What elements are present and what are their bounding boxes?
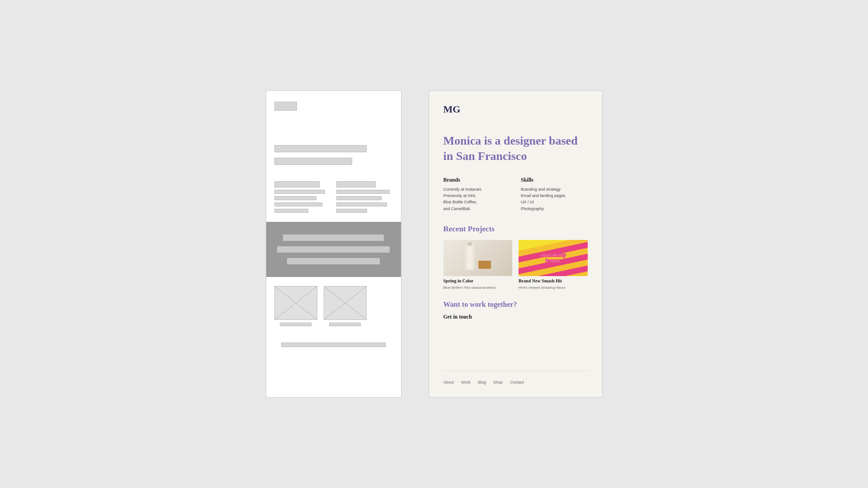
wf-heading-line-1: [274, 145, 367, 152]
wf-footer-line: [281, 343, 386, 347]
wf-col-left-line1: [274, 190, 326, 194]
dp-skills-body: Branding and strategy Email and landing …: [521, 186, 588, 212]
dp-footer: About Work Blog Shop Contact: [443, 371, 588, 385]
wf-col-right-line1: [336, 190, 390, 194]
design-panel: MG Monica is a designer based in San Fra…: [429, 90, 603, 398]
dp-skills-col: Skills Branding and strategy Email and l…: [521, 177, 588, 212]
wf-img-caption-1: [280, 323, 311, 326]
dp-logo: MG: [443, 103, 588, 115]
wf-col-left-line2: [274, 196, 317, 200]
wf-image-placeholder-2: [324, 286, 367, 320]
dp-footer-about[interactable]: About: [443, 380, 454, 385]
bb-liquid-pour: [478, 261, 491, 269]
dp-recent-projects-title: Recent Projects: [443, 225, 588, 234]
dp-cta-title: Want to work together?: [443, 300, 588, 309]
dp-skills-title: Skills: [521, 177, 588, 183]
wf-col-right-line3: [336, 202, 387, 206]
sl-text: strawberrylemon: [540, 252, 566, 264]
dp-project-2-image: strawberrylemon: [519, 240, 588, 276]
sl-inner: strawberrylemon: [519, 240, 588, 276]
dp-brands-body: Currently at Instacart. Previously at Hi…: [443, 186, 510, 212]
wf-col-left-line3: [274, 202, 322, 206]
dp-project-2-desc: Hint's newest smashup flavor: [519, 286, 588, 290]
dp-footer-blog[interactable]: Blog: [478, 380, 486, 385]
dp-project-1[interactable]: Spring in Color Blue Bottle's first seas…: [443, 240, 513, 290]
wf-two-columns: [274, 181, 393, 213]
wf-dark-line-2: [277, 246, 390, 253]
wf-img-caption-2: [329, 323, 361, 326]
dp-projects-grid: Spring in Color Blue Bottle's first seas…: [443, 240, 588, 290]
wf-col-left-title: [274, 181, 320, 188]
wf-heading-line-2: [274, 158, 353, 165]
bb-inner: [443, 240, 513, 276]
bb-bottle: [465, 245, 475, 270]
wf-img-wrap-1: [274, 286, 317, 326]
dp-footer-work[interactable]: Work: [461, 380, 471, 385]
wf-col-left-line4: [274, 209, 308, 213]
wf-image-placeholder-1: [274, 286, 317, 320]
wf-dark-section: [266, 222, 401, 277]
wf-dark-line-3: [287, 258, 379, 264]
wf-dark-line-1: [283, 235, 384, 241]
wireframe-panel: [266, 90, 401, 398]
wf-nav-button: [274, 102, 297, 111]
dp-footer-shop[interactable]: Shop: [493, 380, 503, 385]
dp-project-1-name: Spring in Color: [443, 278, 513, 283]
wf-image-section: [274, 286, 393, 326]
dp-project-1-desc: Blue Bottle's first seasonal blend: [443, 286, 513, 290]
dp-project-2-name: Brand New Smash Hit: [519, 278, 588, 283]
dp-project-1-image: [443, 240, 513, 276]
dp-project-2[interactable]: strawberrylemon Brand New Smash Hit Hint…: [519, 240, 588, 290]
dp-cta-section: Want to work together? Get in touch: [443, 300, 588, 320]
wf-col-left: [274, 181, 331, 213]
dp-info-columns: Brands Currently at Instacart. Previousl…: [443, 177, 588, 212]
wf-col-right-line2: [336, 196, 382, 200]
dp-hero-title: Monica is a designer based in San Franci…: [443, 133, 588, 164]
wf-col-right-line4: [336, 209, 368, 213]
dp-footer-contact[interactable]: Contact: [510, 380, 524, 385]
dp-brands-title: Brands: [443, 177, 510, 183]
wf-img-wrap-2: [324, 286, 367, 326]
dp-brands-col: Brands Currently at Instacart. Previousl…: [443, 177, 510, 212]
dp-get-in-touch-link[interactable]: Get in touch: [443, 314, 472, 320]
wf-col-right-title: [336, 181, 376, 188]
wf-col-right: [336, 181, 393, 213]
